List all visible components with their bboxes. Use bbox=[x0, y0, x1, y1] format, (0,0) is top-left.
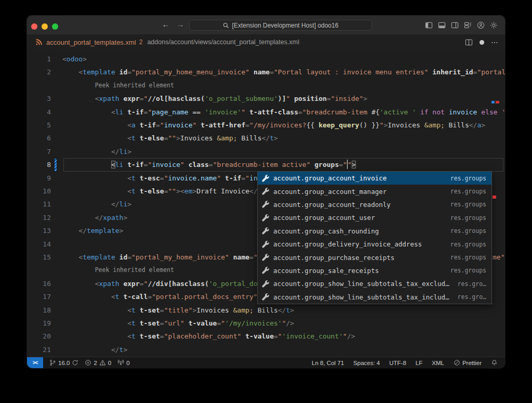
suggestion-label: account.group_sale_receipts bbox=[273, 267, 445, 275]
more-actions-icon[interactable]: ⋯ bbox=[491, 38, 499, 46]
settings-gear-icon[interactable] bbox=[489, 21, 498, 29]
bell-icon bbox=[491, 359, 498, 366]
status-bar: >< 16.0 2 0 0 Ln 8, Col 71 Spaces: 4 UTF… bbox=[27, 357, 505, 368]
suggestion-item[interactable]: account.group_account_userres.groups bbox=[258, 211, 491, 224]
suggestion-detail: res.groups bbox=[450, 201, 486, 208]
codelens-label[interactable]: Peek inherited element bbox=[95, 264, 174, 277]
suggestion-item[interactable]: account.group_delivery_invoice_addressre… bbox=[258, 238, 491, 251]
command-center[interactable]: [Extension Development Host] odoo16 bbox=[189, 20, 372, 31]
customize-layout-icon[interactable] bbox=[463, 21, 472, 29]
close-window-button[interactable] bbox=[31, 23, 37, 30]
suggestion-item[interactable]: account.group_cash_roundingres.groups bbox=[258, 225, 491, 238]
suggestion-item[interactable]: account.group_purchase_receiptsres.group… bbox=[258, 251, 491, 264]
editor-line[interactable]: 5 <a t-if="invoice" t-attf-href="/my/inv… bbox=[27, 119, 505, 132]
code-text: </li> bbox=[62, 145, 131, 158]
eol-indicator[interactable]: LF bbox=[416, 360, 422, 366]
code-text: </li> bbox=[62, 198, 131, 211]
suggestion-label: account.group_purchase_receipts bbox=[273, 254, 445, 262]
line-number[interactable]: 8 bbox=[27, 158, 51, 171]
line-number[interactable]: 19 bbox=[27, 317, 51, 330]
indentation-indicator[interactable]: Spaces: 4 bbox=[353, 360, 380, 366]
line-number[interactable]: 13 bbox=[27, 224, 51, 237]
remote-indicator[interactable]: >< bbox=[27, 357, 43, 369]
line-number[interactable]: 11 bbox=[27, 198, 51, 211]
suggestion-item[interactable]: account.group_account_readonlyres.groups bbox=[258, 198, 491, 211]
property-wrench-icon bbox=[261, 187, 270, 196]
editor-line[interactable]: 21 </t> bbox=[27, 343, 505, 356]
editor-line[interactable]: 19 <t t-set="url" t-value="'/my/invoices… bbox=[27, 317, 505, 330]
language-mode-indicator[interactable]: XML bbox=[432, 360, 444, 366]
editor-line[interactable]: 6 <t t-else="">Invoices &amp; Bills</t> bbox=[27, 132, 505, 145]
toggle-panel-right-icon[interactable] bbox=[450, 21, 459, 29]
line-number[interactable]: 1 bbox=[27, 53, 51, 66]
codelens-row[interactable]: Peek inherited element bbox=[27, 79, 505, 92]
line-number[interactable]: 15 bbox=[27, 251, 51, 264]
line-number[interactable]: 3 bbox=[27, 92, 51, 105]
editor-line[interactable]: 8 <li t-if="invoice" class="breadcrumb-i… bbox=[27, 158, 505, 171]
code-text: <t t-call="portal.portal_docs_entry" bbox=[62, 290, 258, 303]
code-text: <odoo> bbox=[62, 53, 87, 66]
forward-arrow-icon[interactable]: → bbox=[176, 20, 185, 29]
line-number[interactable]: 14 bbox=[27, 238, 51, 251]
overview-ruler-modified-marker bbox=[491, 101, 495, 103]
code-editor[interactable]: 1<odoo>2 <template id="portal_my_home_me… bbox=[27, 50, 505, 357]
line-number[interactable]: 9 bbox=[27, 172, 51, 185]
account-icon[interactable] bbox=[476, 21, 485, 29]
suggestion-item[interactable]: account.group_show_line_subtotals_tax_in… bbox=[258, 291, 491, 304]
zoom-window-button[interactable] bbox=[52, 23, 58, 30]
property-wrench-icon bbox=[261, 280, 270, 288]
editor-line[interactable]: 1<odoo> bbox=[27, 53, 505, 66]
clipped-code-fragment: me" bbox=[493, 251, 504, 264]
editor-line[interactable]: 18 <t t-set="title">Invoices &amp; Bills… bbox=[27, 304, 505, 317]
property-wrench-icon bbox=[261, 227, 270, 235]
gutter-modified-indicator bbox=[55, 159, 57, 171]
editor-line[interactable]: 20 <t t-set="placeholder_count" t-value=… bbox=[27, 330, 505, 343]
line-number[interactable]: 6 bbox=[27, 132, 51, 145]
ports-count: 0 bbox=[126, 360, 129, 366]
line-number[interactable]: 18 bbox=[27, 304, 51, 317]
suggestion-item[interactable]: account.group_sale_receiptsres.groups bbox=[258, 264, 491, 277]
codelens-label[interactable]: Peek inherited element bbox=[95, 79, 174, 92]
line-number[interactable]: 10 bbox=[27, 185, 51, 198]
line-number[interactable]: 21 bbox=[27, 343, 51, 356]
line-number[interactable]: 20 bbox=[27, 330, 51, 343]
suggestion-item[interactable]: account.group_account_invoiceres.groups bbox=[258, 172, 491, 185]
history-nav: ← → bbox=[161, 20, 185, 29]
encoding-indicator[interactable]: UTF-8 bbox=[389, 360, 406, 366]
suggestion-detail: res.groups bbox=[450, 175, 486, 182]
back-arrow-icon[interactable]: ← bbox=[161, 20, 170, 29]
suggestion-item[interactable]: account.group_show_line_subtotals_tax_ex… bbox=[258, 277, 491, 290]
suggestion-label: account.group_account_invoice bbox=[273, 174, 445, 182]
line-number[interactable]: 12 bbox=[27, 211, 51, 224]
line-number[interactable]: 2 bbox=[27, 66, 51, 79]
breadcrumb-path[interactable]: addons/account/views/account_portal_temp… bbox=[147, 38, 299, 46]
line-number[interactable]: 4 bbox=[27, 106, 51, 119]
property-wrench-icon bbox=[261, 253, 270, 262]
editor-line[interactable]: 7 </li> bbox=[27, 145, 505, 158]
editor-line[interactable]: 2 <template id="portal_my_home_menu_invo… bbox=[27, 66, 505, 79]
ports-item[interactable]: 0 bbox=[117, 359, 129, 366]
toggle-panel-left-icon[interactable] bbox=[424, 21, 433, 29]
notifications-bell[interactable] bbox=[491, 359, 498, 366]
toggle-panel-bottom-icon[interactable] bbox=[437, 21, 446, 29]
suggestion-item[interactable]: account.group_account_managerres.groups bbox=[258, 185, 491, 198]
suggestion-label: account.group_cash_rounding bbox=[273, 227, 445, 235]
problems-item[interactable]: 2 0 bbox=[85, 359, 111, 366]
editor-line[interactable]: 4 <li t-if="page_name == 'invoice'" t-at… bbox=[27, 106, 505, 119]
git-branch-item[interactable]: 16.0 bbox=[49, 359, 78, 366]
minimize-window-button[interactable] bbox=[42, 23, 48, 30]
code-text: <template id="portal_my_home_menu_invoic… bbox=[62, 66, 505, 79]
editor-line[interactable]: 3 <xpath expr="//ol[hasclass('o_portal_s… bbox=[27, 92, 505, 105]
line-number[interactable]: 16 bbox=[27, 277, 51, 290]
command-center-label: [Extension Development Host] odoo16 bbox=[232, 22, 339, 29]
code-text: <li t-if="page_name == 'invoice'" t-attf… bbox=[62, 106, 505, 119]
split-editor-icon[interactable] bbox=[465, 38, 473, 46]
unsaved-changes-dot-icon[interactable] bbox=[480, 40, 484, 45]
line-number[interactable]: 17 bbox=[27, 290, 51, 303]
line-number[interactable]: 7 bbox=[27, 145, 51, 158]
line-number[interactable]: 5 bbox=[27, 119, 51, 132]
suggestion-label: account.group_show_line_subtotals_tax_ex… bbox=[273, 280, 453, 288]
formatter-item[interactable]: Prettier bbox=[454, 359, 482, 366]
breadcrumb-filename[interactable]: account_portal_templates.xml bbox=[46, 38, 136, 46]
line-col-indicator[interactable]: Ln 8, Col 71 bbox=[312, 360, 344, 366]
